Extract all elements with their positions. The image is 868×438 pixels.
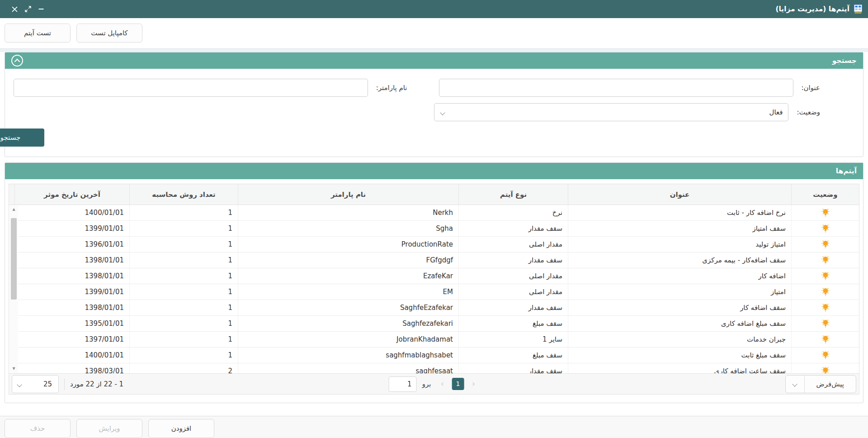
pagination-bar: پیش‌فرض برو ‹ 1 › 25 1 - 22 از 22 مورد xyxy=(9,373,859,394)
item-type-cell: سقف مبلغ xyxy=(458,348,568,363)
item-title-cell: اضافه کار xyxy=(568,268,791,284)
item-param-cell: FGfgdgf xyxy=(238,252,458,268)
edit-button[interactable]: ویرایش xyxy=(76,419,142,438)
item-methods-cell: 1 xyxy=(129,221,238,236)
item-type-cell: سقف مقدار xyxy=(458,221,568,236)
table-row[interactable]: امتیاز تولید مقدار اصلی ProductionRate 1… xyxy=(9,237,859,252)
table-row[interactable]: سقف اضافه کار سقف مقدار SaghfeEzafekar 1… xyxy=(9,300,859,316)
window-title-group: آیتم‌ها (مدیریت مزایا) xyxy=(775,5,863,14)
lightbulb-icon xyxy=(821,240,830,249)
lightbulb-icon xyxy=(821,208,830,218)
close-icon[interactable] xyxy=(12,6,18,12)
pager-divider xyxy=(64,378,65,390)
items-range-text: 1 - 22 از 22 مورد xyxy=(70,380,123,388)
vertical-scrollbar[interactable]: ▲ ▼ xyxy=(9,205,18,373)
top-toolbar: کامپایل تست تست آیتم xyxy=(0,18,868,48)
scroll-down-icon[interactable]: ▼ xyxy=(9,366,18,372)
search-actions: جستجو xyxy=(0,129,820,147)
item-param-cell: EzafeKar xyxy=(238,268,458,284)
collapse-panel-icon[interactable] xyxy=(11,55,23,67)
item-title-cell: نرخ اضافه کار - ثابت xyxy=(568,205,791,220)
item-date-cell: 1395/01/01 xyxy=(14,316,129,331)
status-select[interactable]: فعال xyxy=(434,103,788,121)
item-methods-cell: 2 xyxy=(129,363,238,373)
lightbulb-icon xyxy=(821,351,830,360)
table-row[interactable]: سقف امتیاز سقف مقدار Sgha 1 1399/01/01 xyxy=(9,221,859,237)
status-field-group: وضعیت: فعال xyxy=(434,103,820,121)
app-icon xyxy=(854,5,863,14)
test-item-button[interactable]: تست آیتم xyxy=(5,24,71,43)
compile-test-button[interactable]: کامپایل تست xyxy=(76,24,142,43)
column-header-spacer xyxy=(9,184,14,205)
table-row[interactable]: سقف ساعت اضافه کاری سقف مقدار saghfesaat… xyxy=(9,363,859,373)
table-row[interactable]: امتیاز مقدار اصلی EM 1 1399/01/01 xyxy=(9,284,859,300)
scroll-up-icon[interactable]: ▲ xyxy=(9,206,18,213)
window-title: آیتم‌ها (مدیریت مزایا) xyxy=(775,5,849,13)
table-row[interactable]: نرخ اضافه کار - ثابت نرخ Nerkh 1 1400/01… xyxy=(9,205,859,221)
item-date-cell: 1400/01/01 xyxy=(14,348,129,363)
item-date-cell: 1398/03/01 xyxy=(14,363,129,373)
item-title-cell: جبران خدمات xyxy=(568,332,791,347)
status-cell xyxy=(791,237,859,252)
chevron-up-icon xyxy=(14,59,20,65)
search-row-2: وضعیت: فعال xyxy=(12,103,820,121)
window-titlebar: آیتم‌ها (مدیریت مزایا) xyxy=(0,0,868,18)
scrollbar-thumb[interactable] xyxy=(11,218,17,300)
default-split-button[interactable]: پیش‌فرض xyxy=(785,375,856,393)
column-header-status[interactable]: وضعیت xyxy=(791,184,859,205)
search-panel-title: جستجو xyxy=(832,57,857,65)
table-row[interactable]: جبران خدمات سایر 1 JobranKhadamat 1 1397… xyxy=(9,332,859,348)
item-methods-cell: 1 xyxy=(129,332,238,347)
window-controls xyxy=(5,6,44,12)
item-date-cell: 1396/01/01 xyxy=(14,237,129,252)
column-header-methods[interactable]: تعداد روش محاسبه xyxy=(129,184,238,205)
search-button[interactable]: جستجو xyxy=(0,129,44,147)
status-select-value: فعال xyxy=(769,108,783,116)
item-title-cell: سقف ساعت اضافه کاری xyxy=(568,363,791,373)
item-param-cell: JobranKhadamat xyxy=(238,332,458,347)
item-title-cell: سقف اضافه کار xyxy=(568,300,791,315)
status-cell xyxy=(791,316,859,331)
title-field-label: عنوان: xyxy=(802,84,820,92)
table-row[interactable]: سقف اضافه‌کار - بیمه مرکزی سقف مقدار FGf… xyxy=(9,252,859,268)
page-number-input[interactable] xyxy=(389,376,417,392)
maximize-icon[interactable] xyxy=(25,6,31,12)
param-search-input[interactable] xyxy=(14,79,368,97)
add-button[interactable]: افزودن xyxy=(148,419,214,438)
param-field-group: نام پارامتر: xyxy=(14,79,407,97)
items-panel: آیتم‌ها وضعیت عنوان نوع آیتم نام پارامتر… xyxy=(5,162,863,403)
search-panel-body: عنوان: نام پارامتر: وضعیت: فعال جستجو xyxy=(5,69,863,157)
lightbulb-icon xyxy=(821,319,830,328)
table-row[interactable]: اضافه کار مقدار اصلی EzafeKar 1 1398/01/… xyxy=(9,268,859,284)
lightbulb-icon xyxy=(821,271,830,281)
next-page-icon[interactable]: › xyxy=(467,378,479,390)
minimize-icon[interactable] xyxy=(38,6,44,12)
item-methods-cell: 1 xyxy=(129,284,238,300)
column-header-param[interactable]: نام پارامتر xyxy=(238,184,458,205)
delete-button[interactable]: حذف xyxy=(5,419,71,438)
title-search-input[interactable] xyxy=(439,79,793,97)
item-type-cell: سقف مقدار xyxy=(458,252,568,268)
item-param-cell: EM xyxy=(238,284,458,300)
decorative-strip xyxy=(0,48,868,52)
current-page-button[interactable]: 1 xyxy=(452,378,464,390)
item-methods-cell: 1 xyxy=(129,237,238,252)
column-header-type[interactable]: نوع آیتم xyxy=(458,184,568,205)
table-row[interactable]: سقف مبلغ ثابت سقف مبلغ saghfmablaghsabet… xyxy=(9,348,859,363)
chevron-down-icon xyxy=(17,382,22,387)
items-table-body: نرخ اضافه کار - ثابت نرخ Nerkh 1 1400/01… xyxy=(9,205,859,373)
table-row[interactable]: سقف مبلغ اضافه کاری سقف مبلغ Saghfezafek… xyxy=(9,316,859,332)
item-type-cell: سایر 1 xyxy=(458,332,568,347)
column-header-title[interactable]: عنوان xyxy=(568,184,791,205)
item-date-cell: 1399/01/01 xyxy=(14,284,129,300)
previous-page-icon[interactable]: ‹ xyxy=(436,378,448,390)
item-methods-cell: 1 xyxy=(129,205,238,220)
chevron-down-icon xyxy=(440,110,445,115)
item-type-cell: مقدار اصلی xyxy=(458,237,568,252)
default-dropdown-arrow[interactable] xyxy=(786,376,805,393)
status-cell xyxy=(791,300,859,315)
page-size-select[interactable]: 25 xyxy=(12,375,59,393)
item-type-cell: مقدار اصلی xyxy=(458,268,568,284)
lightbulb-icon xyxy=(821,303,830,313)
column-header-date[interactable]: آخرین تاریخ موثر xyxy=(14,184,129,205)
